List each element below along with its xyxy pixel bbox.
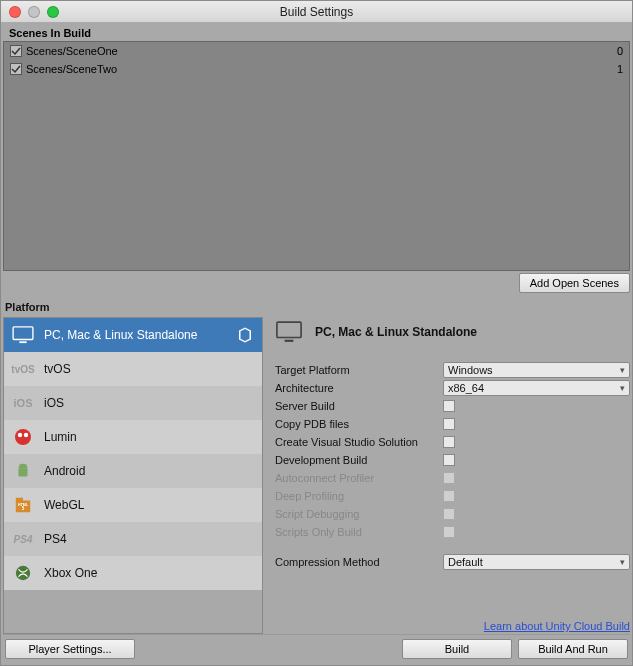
deep-profiling-label: Deep Profiling [275, 490, 443, 502]
build-button[interactable]: Build [402, 639, 512, 659]
platform-item-android[interactable]: Android [4, 454, 262, 488]
dev-build-label: Development Build [275, 454, 443, 466]
scene-name: Scenes/SceneTwo [26, 63, 117, 75]
copy-pdb-label: Copy PDB files [275, 418, 443, 430]
platform-item-lumin[interactable]: Lumin [4, 420, 262, 454]
svg-point-3 [18, 433, 22, 437]
scene-row[interactable]: Scenes/SceneOne 0 [4, 42, 629, 60]
ps4-icon: PS4 [12, 530, 34, 548]
content-area: Scenes In Build Scenes/SceneOne 0 Scenes… [1, 23, 632, 665]
autoconnect-row: Autoconnect Profiler [275, 469, 630, 487]
ios-icon: iOS [12, 394, 34, 412]
scripts-only-checkbox [443, 526, 455, 538]
compression-label: Compression Method [275, 556, 443, 568]
scene-index: 0 [617, 45, 623, 57]
deep-profiling-checkbox [443, 490, 455, 502]
architecture-label: Architecture [275, 382, 443, 394]
add-open-scenes-button[interactable]: Add Open Scenes [519, 273, 630, 293]
target-platform-row: Target Platform Windows [275, 361, 630, 379]
deep-profiling-row: Deep Profiling [275, 487, 630, 505]
platform-label: PC, Mac & Linux Standalone [44, 328, 226, 342]
scenes-list[interactable]: Scenes/SceneOne 0 Scenes/SceneTwo 1 [3, 41, 630, 271]
build-and-run-button[interactable]: Build And Run [518, 639, 628, 659]
server-build-label: Server Build [275, 400, 443, 412]
scripts-only-label: Scripts Only Build [275, 526, 443, 538]
platform-list: PC, Mac & Linux Standalone tvOS tvOS iOS… [3, 317, 263, 634]
architecture-dropdown[interactable]: x86_64 [443, 380, 630, 396]
compression-dropdown[interactable]: Default [443, 554, 630, 570]
platform-item-pc[interactable]: PC, Mac & Linux Standalone [4, 318, 262, 352]
lumin-icon [12, 428, 34, 446]
titlebar: Build Settings [1, 1, 632, 23]
target-platform-dropdown[interactable]: Windows [443, 362, 630, 378]
selected-platform-header: PC, Mac & Linux Standalone [275, 317, 630, 361]
scenes-actions: Add Open Scenes [3, 271, 630, 299]
svg-rect-11 [277, 322, 301, 337]
webgl-icon: HTML5 [12, 496, 34, 514]
autoconnect-label: Autoconnect Profiler [275, 472, 443, 484]
platform-item-webgl[interactable]: HTML5 WebGL [4, 488, 262, 522]
platform-item-tvos[interactable]: tvOS tvOS [4, 352, 262, 386]
minimize-icon[interactable] [28, 6, 40, 18]
svg-rect-12 [285, 340, 294, 342]
script-debug-label: Script Debugging [275, 508, 443, 520]
build-settings-window: Build Settings Scenes In Build Scenes/Sc… [0, 0, 633, 666]
platform-item-ps4[interactable]: PS4 PS4 [4, 522, 262, 556]
script-debug-checkbox [443, 508, 455, 520]
server-build-checkbox[interactable] [443, 400, 455, 412]
platform-label: tvOS [44, 362, 254, 376]
architecture-row: Architecture x86_64 [275, 379, 630, 397]
scripts-only-row: Scripts Only Build [275, 523, 630, 541]
svg-rect-5 [19, 468, 28, 476]
svg-rect-0 [13, 327, 33, 340]
copy-pdb-checkbox[interactable] [443, 418, 455, 430]
android-icon [12, 462, 34, 480]
svg-point-2 [15, 429, 31, 445]
platform-item-xbox[interactable]: Xbox One [4, 556, 262, 590]
unity-icon [236, 326, 254, 344]
create-vs-checkbox[interactable] [443, 436, 455, 448]
cloud-build-link[interactable]: Learn about Unity Cloud Build [275, 614, 630, 634]
create-vs-label: Create Visual Studio Solution [275, 436, 443, 448]
monitor-icon [12, 326, 34, 344]
svg-point-10 [16, 566, 30, 580]
monitor-icon [275, 321, 303, 343]
platform-header: Platform [3, 299, 263, 317]
platforms-area: Platform PC, Mac & Linux Standalone tvOS… [3, 299, 630, 634]
script-debug-row: Script Debugging [275, 505, 630, 523]
close-icon[interactable] [9, 6, 21, 18]
copy-pdb-row: Copy PDB files [275, 415, 630, 433]
compression-row: Compression Method Default [275, 553, 630, 571]
platform-item-ios[interactable]: iOS iOS [4, 386, 262, 420]
platform-label: WebGL [44, 498, 254, 512]
platform-label: PS4 [44, 532, 254, 546]
platform-label: Xbox One [44, 566, 254, 580]
svg-point-4 [24, 433, 28, 437]
platform-column: Platform PC, Mac & Linux Standalone tvOS… [3, 299, 263, 634]
target-platform-label: Target Platform [275, 364, 443, 376]
xbox-icon [12, 564, 34, 582]
platform-label: iOS [44, 396, 254, 410]
platform-label: Lumin [44, 430, 254, 444]
selected-platform-label: PC, Mac & Linux Standalone [315, 325, 477, 339]
dev-build-row: Development Build [275, 451, 630, 469]
checkbox-icon[interactable] [10, 45, 22, 57]
scene-name: Scenes/SceneOne [26, 45, 118, 57]
window-controls [9, 6, 59, 18]
player-settings-button[interactable]: Player Settings... [5, 639, 135, 659]
server-build-row: Server Build [275, 397, 630, 415]
settings-column: PC, Mac & Linux Standalone Target Platfo… [275, 299, 630, 634]
footer: Player Settings... Build Build And Run [3, 634, 630, 663]
tvos-icon: tvOS [12, 360, 34, 378]
platform-label: Android [44, 464, 254, 478]
scene-index: 1 [617, 63, 623, 75]
autoconnect-checkbox [443, 472, 455, 484]
scene-row[interactable]: Scenes/SceneTwo 1 [4, 60, 629, 78]
scenes-header: Scenes In Build [3, 23, 630, 41]
dev-build-checkbox[interactable] [443, 454, 455, 466]
svg-rect-1 [19, 341, 26, 343]
window-title: Build Settings [1, 5, 632, 19]
checkbox-icon[interactable] [10, 63, 22, 75]
maximize-icon[interactable] [47, 6, 59, 18]
create-vs-row: Create Visual Studio Solution [275, 433, 630, 451]
